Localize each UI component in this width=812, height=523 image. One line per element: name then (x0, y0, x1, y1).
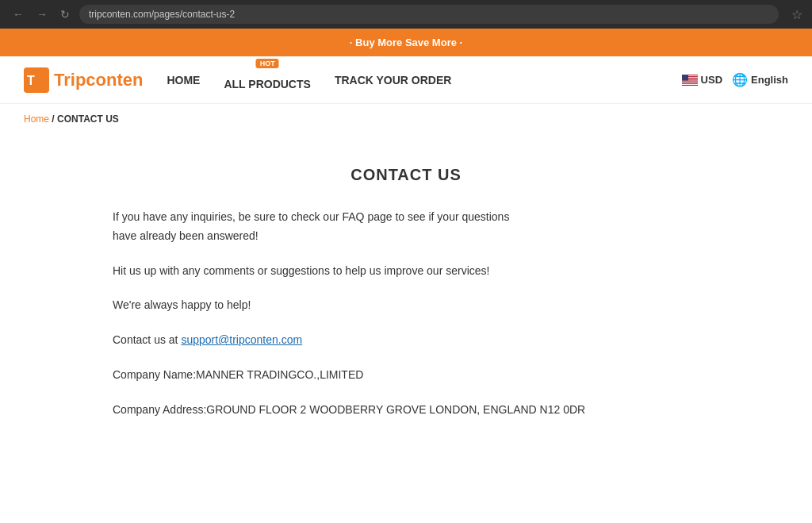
svg-rect-15 (682, 84, 698, 85)
browser-chrome: ← → ↻ ☆ (0, 0, 812, 29)
language-label: English (751, 74, 788, 86)
contact-para-2: Hit us up with any comments or suggestio… (113, 262, 699, 281)
contact-para-3: We're always happy to help! (113, 296, 699, 315)
forward-button[interactable]: → (33, 5, 51, 24)
svg-rect-16 (682, 75, 688, 81)
svg-rect-11 (682, 81, 698, 82)
language-selector[interactable]: 🌐 English (732, 72, 788, 87)
email-link[interactable]: support@tripconten.com (181, 333, 302, 346)
refresh-button[interactable]: ↻ (57, 5, 73, 24)
main-nav: HOME HOT ALL PRODUCTS TRACK YOUR ORDER (167, 70, 681, 90)
promo-text: · Buy More Save More · (350, 37, 462, 48)
page-title: CONTACT US (113, 166, 699, 184)
site-header: T Tripconten HOME HOT ALL PRODUCTS TRACK… (0, 56, 812, 104)
contact-para-1: If you have any inquiries, be sure to ch… (113, 208, 699, 246)
promo-banner: · Buy More Save More · (0, 29, 812, 56)
nav-track-order[interactable]: TRACK YOUR ORDER (335, 74, 452, 87)
logo-icon: T (24, 67, 49, 93)
company-address: Company Address:GROUND FLOOR 2 WOODBERRY… (113, 401, 699, 420)
currency-selector[interactable]: USD (682, 74, 722, 86)
nav-home[interactable]: HOME (167, 74, 200, 87)
breadcrumb: Home / CONTACT US (0, 104, 812, 134)
breadcrumb-home[interactable]: Home (24, 113, 49, 125)
breadcrumb-separator: / (49, 113, 57, 125)
header-right: USD 🌐 English (682, 72, 788, 87)
svg-rect-14 (682, 83, 698, 84)
back-button[interactable]: ← (10, 5, 27, 24)
breadcrumb-current: CONTACT US (57, 113, 119, 125)
logo-text: Tripconten (54, 70, 143, 90)
bookmark-icon[interactable]: ☆ (791, 7, 802, 22)
logo-link[interactable]: T Tripconten (24, 67, 143, 93)
main-content: CONTACT US If you have any inquiries, be… (89, 150, 723, 452)
currency-label: USD (701, 74, 722, 86)
svg-rect-13 (682, 83, 698, 83)
nav-all-products[interactable]: HOT ALL PRODUCTS (224, 70, 310, 90)
svg-text:T: T (27, 74, 35, 87)
contact-para-4: Contact us at support@tripconten.com (113, 331, 699, 350)
company-name: Company Name:MANNER TRADINGCO.,LIMITED (113, 366, 699, 385)
us-flag-icon (682, 75, 698, 86)
svg-rect-10 (682, 80, 698, 81)
url-bar[interactable] (79, 5, 779, 24)
hot-badge: HOT (256, 59, 279, 68)
svg-rect-12 (682, 82, 698, 83)
globe-icon: 🌐 (732, 72, 748, 87)
contact-body: If you have any inquiries, be sure to ch… (113, 208, 699, 420)
